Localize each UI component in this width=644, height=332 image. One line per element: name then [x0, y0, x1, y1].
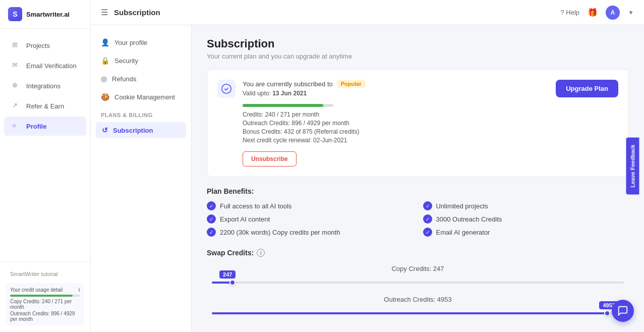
benefit-item: ✓ 3000 Outreach Credits [423, 214, 629, 224]
outreach-slider-fill [212, 312, 607, 314]
progress-bar-fill [243, 104, 323, 107]
right-panel: Subscription Your current plan and you c… [192, 25, 644, 332]
credit-bar-fill [10, 295, 73, 297]
sidebar-bottom: SmartWriter tutorial Your credit usage d… [0, 261, 90, 332]
swap-title: Swap Credits: [207, 249, 254, 257]
outreach-credits-label: Outreach Credits: 4953 [207, 296, 629, 303]
unsubscribe-button[interactable]: Unsubscribe [243, 151, 297, 167]
menu-item-label: Cookie Management [114, 93, 175, 101]
email-icon: ✉ [12, 61, 21, 70]
menu-item-cookie-management[interactable]: 🍪 Cookie Management [91, 88, 191, 106]
sidebar: S Smartwriter.ai ⊞ Projects ✉ Email Veri… [0, 0, 91, 332]
help-button[interactable]: ? Help [560, 9, 579, 16]
copy-credits-label: Copy Credits: 247 [207, 265, 629, 272]
integration-icon: ⊕ [12, 81, 21, 90]
copy-value-bubble: 247 [219, 270, 236, 279]
sidebar-item-integrations[interactable]: ⊕ Integrations [4, 76, 86, 95]
sidebar-nav: ⊞ Projects ✉ Email Verification ⊕ Integr… [0, 29, 90, 261]
feedback-button[interactable]: Leave Feedback [626, 138, 639, 195]
benefit-label: Email AI generator [436, 229, 490, 236]
benefit-item: ✓ Full access to all AI tools [207, 201, 413, 210]
check-icon: ✓ [423, 228, 432, 237]
valid-upto: Valid upto: 13 Jun 2021 [243, 90, 366, 97]
main: ☰ Subscription ? Help 🎁 A ▼ 👤 Your profi… [91, 0, 644, 332]
menu-item-security[interactable]: 🔒 Security [91, 51, 191, 70]
sidebar-item-projects[interactable]: ⊞ Projects [4, 36, 86, 55]
swap-header: Swap Credits: i [207, 249, 629, 257]
valid-date: 13 Jun 2021 [272, 90, 307, 97]
menu-item-label: Subscription [113, 127, 153, 134]
sidebar-item-email-verification[interactable]: ✉ Email Verification [4, 56, 86, 75]
copy-credits-slider-section: Copy Credits: 247 247 [207, 265, 629, 284]
subscription-title: Subscription [207, 37, 629, 50]
check-icon: ✓ [207, 228, 216, 237]
benefit-label: 2200 (30k words) Copy credits per month [220, 229, 340, 236]
menu-item-your-profile[interactable]: 👤 Your profile [91, 33, 191, 51]
outreach-credits-text: Outreach Credits: 896 / 4929 per month [10, 311, 80, 322]
benefits-title: Plan Benefits: [207, 187, 629, 195]
check-icon: ✓ [207, 214, 216, 224]
benefit-item: ✓ Email AI generator [423, 228, 629, 237]
check-icon: ✓ [423, 214, 432, 224]
menu-icon[interactable]: ☰ [101, 8, 108, 17]
sidebar-item-label: Profile [26, 123, 46, 130]
copy-slider-thumb[interactable] [229, 280, 236, 286]
sidebar-item-refer-earn[interactable]: ↗ Refer & Earn [4, 96, 86, 116]
swap-info-icon[interactable]: i [257, 249, 265, 257]
left-panel: 👤 Your profile 🔒 Security ◎ Refunds 🍪 Co… [91, 25, 192, 332]
sidebar-item-label: Refer & Earn [26, 102, 64, 110]
gift-icon[interactable]: 🎁 [588, 8, 598, 17]
outreach-credits-text: Outreach Credits: 896 / 4929 per month [243, 120, 618, 127]
cookie-icon: 🍪 [101, 93, 109, 101]
upgrade-plan-button[interactable]: Upgrade Plan [556, 80, 618, 97]
credits-text: Credits: 240 / 271 per month [243, 111, 618, 118]
cycle-renewal-text: Next credit cycle renewal: 02-Jun-2021 [243, 137, 618, 144]
tutorial-button[interactable]: SmartWriter tutorial [6, 268, 84, 280]
benefit-label: Full access to all AI tools [220, 202, 291, 210]
content-area: 👤 Your profile 🔒 Security ◎ Refunds 🍪 Co… [91, 25, 644, 332]
svg-point-0 [222, 84, 231, 93]
sidebar-item-label: Email Verification [26, 62, 77, 70]
logo-icon: S [8, 7, 22, 21]
info-icon[interactable]: ℹ [78, 287, 80, 293]
chat-bubble-button[interactable] [612, 300, 634, 322]
outreach-slider-thumb[interactable] [604, 310, 610, 316]
billing-section-label: Plans & Billing [91, 106, 191, 121]
sidebar-item-profile[interactable]: ○ Profile [4, 117, 86, 136]
credit-usage-label: Your credit usage detail [10, 287, 63, 293]
menu-item-subscription[interactable]: ↺ Subscription [96, 122, 186, 138]
plan-details: You are currently subscribed to Popular … [243, 80, 366, 97]
lock-icon: 🔒 [101, 57, 109, 65]
refer-icon: ↗ [12, 101, 21, 110]
sidebar-item-label: Integrations [26, 82, 61, 90]
benefit-item: ✓ 2200 (30k words) Copy credits per mont… [207, 228, 413, 237]
profile-icon: ○ [12, 122, 21, 131]
page-title: Subscription [114, 8, 160, 17]
topbar: ☰ Subscription ? Help 🎁 A ▼ [91, 0, 644, 25]
benefit-label: 3000 Outreach Credits [436, 215, 502, 223]
outreach-credits-slider-section: Outreach Credits: 4953 4953 [207, 296, 629, 314]
benefit-label: Export AI content [220, 215, 270, 223]
copy-slider-track [212, 282, 624, 284]
subscription-icon: ↺ [102, 126, 108, 134]
plan-header: You are currently subscribed to Popular … [217, 80, 618, 98]
outreach-slider-track [212, 312, 624, 314]
menu-item-refunds[interactable]: ◎ Refunds [91, 70, 191, 88]
benefit-item: ✓ Export AI content [207, 214, 413, 224]
menu-item-label: Security [114, 57, 138, 65]
menu-item-label: Your profile [114, 39, 147, 46]
refund-icon: ◎ [101, 75, 107, 83]
plan-card: You are currently subscribed to Popular … [207, 69, 629, 177]
copy-credits-text: Copy Credits: 240 / 271 per month [10, 299, 80, 310]
avatar[interactable]: A [606, 6, 620, 20]
progress-bar [243, 104, 333, 107]
copy-slider-wrapper: 247 [207, 282, 629, 284]
chevron-down-icon[interactable]: ▼ [628, 9, 634, 16]
bonus-credits-text: Bonus Credits: 432 of 875 (Referral cred… [243, 128, 618, 135]
menu-item-label: Refunds [112, 75, 136, 83]
check-icon: ✓ [423, 201, 432, 210]
user-icon: 👤 [101, 38, 109, 46]
credit-usage-card: Your credit usage detail ℹ Copy Credits:… [6, 283, 84, 326]
logo: S Smartwriter.ai [0, 0, 90, 29]
sidebar-item-label: Projects [26, 42, 50, 49]
